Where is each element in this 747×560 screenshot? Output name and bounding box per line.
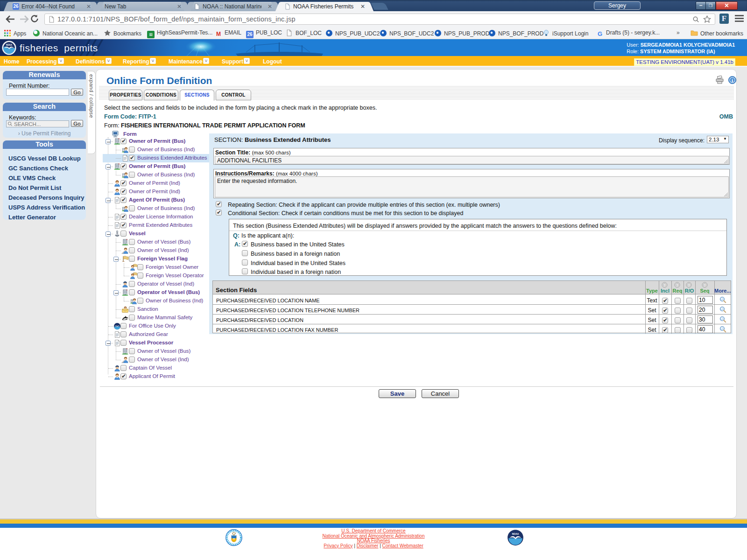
svg-text:NOAA: NOAA — [6, 44, 13, 46]
svg-text:NOAA: NOAA — [512, 533, 519, 535]
svg-text:i: i — [732, 77, 733, 83]
